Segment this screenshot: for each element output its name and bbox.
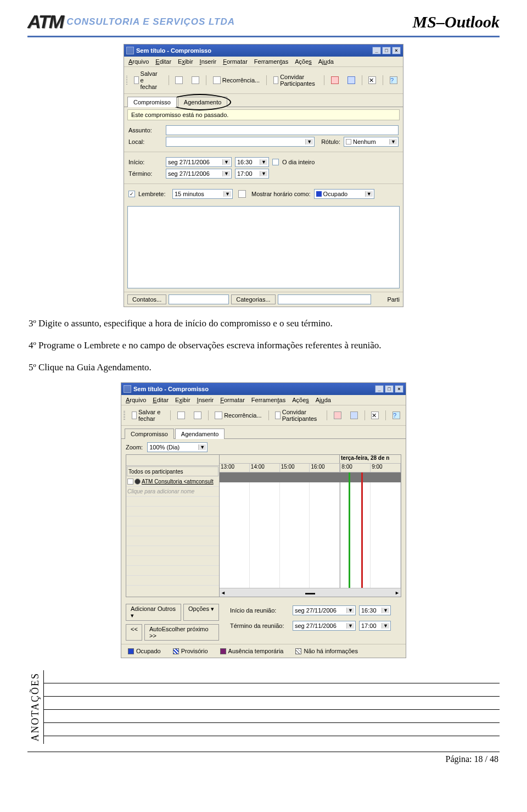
exclamation-icon [334,411,341,419]
menu-ferramentas[interactable]: Ferramentas [251,397,285,403]
participant-row[interactable]: ATM Consultoria <atmconsult [126,477,219,487]
start-date-combo[interactable]: seg 27/11/2006▼ [166,157,232,167]
meeting-start-date[interactable]: seg 27/11/2006▼ [293,605,356,615]
autopick-next-button[interactable]: AutoEscolher próximo >> [144,624,219,641]
close-button[interactable]: × [395,385,403,393]
menu-editar[interactable]: Editar [153,397,169,403]
scheduling-body: Zoom: 100% (Dia)▼ Todos os participantes… [121,439,406,600]
location-combo[interactable]: ▼ [166,137,315,147]
print-icon [175,76,183,84]
menu-editar[interactable]: Editar [155,58,171,65]
attach-button[interactable] [188,75,203,86]
reminder-combo[interactable]: 15 minutos▼ [172,189,233,199]
screenshot-scheduling: Sem título - Compromisso _ □ × Arquivo E… [121,382,406,658]
print-button[interactable] [174,410,188,421]
importance-low-button[interactable] [347,410,361,421]
zoom-combo[interactable]: 100% (Dia)▼ [147,442,208,452]
minimize-button[interactable]: _ [375,385,384,393]
scheduling-bottom: Adicionar Outros ▾ Opções ▾ << AutoEscol… [121,600,406,644]
invite-icon [273,76,278,84]
window-titlebar: Sem título - Compromisso _ □ × [124,45,403,57]
importance-low-button[interactable] [344,75,358,86]
invite-button[interactable]: Convidar Participantes [272,407,323,424]
time-header-row: 13:00 14:00 15:00 16:00 8:00 9:00 [220,464,401,472]
minimize-button[interactable]: _ [372,47,381,54]
attach-button[interactable] [190,410,205,421]
rotulo-combo[interactable]: Nenhum▼ [344,137,399,147]
add-participant-row[interactable]: Clique para adicionar nome [126,487,219,497]
allday-checkbox[interactable] [272,159,279,165]
subject-label: Assunto: [128,127,162,134]
tab-scheduling-2[interactable]: Agendamento [175,429,225,439]
time-grid: terça-feira, 28 de n 13:00 14:00 15:00 1… [220,455,401,597]
maximize-button[interactable]: □ [382,47,391,54]
invite-button[interactable]: Convidar Participantes [270,72,321,88]
showas-combo[interactable]: Ocupado▼ [314,189,374,199]
recurrence-button[interactable]: Recorrência... [210,75,263,86]
contacts-button[interactable]: Contatos... [127,294,166,304]
maximize-button[interactable]: □ [385,385,394,393]
logo-area: ATM CONSULTORIA E SERVIÇOS LTDA [27,11,235,32]
end-label: Término: [128,170,162,177]
notes-textarea[interactable] [127,206,400,288]
meeting-end-date[interactable]: seg 27/11/2006▼ [293,621,356,631]
end-marker[interactable] [361,472,363,588]
importance-high-button[interactable] [330,410,345,421]
menu-inserir[interactable]: Inserir [197,397,214,403]
form-dates: Início: seg 27/11/2006▼ 16:30▼ O dia int… [124,153,403,182]
menu-arquivo[interactable]: Arquivo [126,397,146,403]
legend-row: Ocupado Provisório Ausência temporária N… [121,644,406,658]
menu-acoes[interactable]: Ações [292,397,309,403]
tab-appointment-2[interactable]: Compromisso [125,429,174,439]
options-button[interactable]: Opções ▾ [183,604,219,621]
help-button[interactable]: ? [386,75,401,86]
menu-ferramentas[interactable]: Ferramentas [254,58,288,65]
categories-button[interactable]: Categorias... [231,294,275,304]
notes-section: ANOTAÇÕES [27,670,500,744]
autopick-prev-button[interactable]: << [126,624,142,641]
end-time-combo[interactable]: 17:00▼ [235,169,269,179]
delete-button[interactable]: ✕ [368,410,382,421]
paperclip-icon [192,76,199,84]
menu-ajuda[interactable]: Ajuda [318,58,334,65]
busy-color-swatch [316,191,322,197]
meeting-start-time[interactable]: 16:30▼ [359,605,391,615]
menu-exibir[interactable]: Exibir [175,397,190,403]
reminder-checkbox[interactable]: ✓ [128,191,135,197]
horizontal-scrollbar[interactable]: ◄▬▬► [220,588,401,597]
start-marker[interactable] [349,472,350,588]
categories-input[interactable] [278,294,371,304]
recurrence-icon [213,76,221,84]
menubar: Arquivo Editar Exibir Inserir Formatar F… [124,57,403,67]
delete-button[interactable]: ✕ [365,75,379,86]
save-close-button[interactable]: Salvar e fechar [131,69,165,92]
contacts-input[interactable] [169,294,229,304]
end-date-combo[interactable]: seg 27/11/2006▼ [166,169,232,179]
menu-formatar[interactable]: Formatar [220,397,245,403]
meeting-end-time[interactable]: 17:00▼ [359,621,391,631]
help-icon: ? [393,411,400,419]
menu-inserir[interactable]: Inserir [200,58,217,65]
menu-exibir[interactable]: Exibir [178,58,193,65]
reminder-label: Lembrete: [138,191,169,197]
help-button[interactable]: ? [389,410,403,421]
add-others-button[interactable]: Adicionar Outros ▾ [126,604,181,621]
subject-input[interactable] [166,125,399,135]
print-button[interactable] [172,75,186,86]
tab-appointment[interactable]: Compromisso [127,97,177,107]
arrow-down-icon [350,411,358,419]
legend-noinfo: Não há informações [295,648,357,654]
tab-scheduling[interactable]: Agendamento [178,97,228,107]
page-number: Página: 18 / 48 [27,752,500,766]
menu-arquivo[interactable]: Arquivo [128,58,149,65]
schedule-grid-area[interactable] [220,472,401,588]
importance-high-button[interactable] [328,75,342,86]
sound-icon[interactable] [238,190,246,198]
recurrence-button[interactable]: Recorrência... [211,410,265,421]
menu-ajuda[interactable]: Ajuda [316,397,331,403]
save-close-button[interactable]: Salvar e fechar [128,407,167,424]
start-time-combo[interactable]: 16:30▼ [235,157,269,167]
menu-formatar[interactable]: Formatar [223,58,248,65]
menu-acoes[interactable]: Ações [295,58,312,65]
close-button[interactable]: × [392,47,401,54]
